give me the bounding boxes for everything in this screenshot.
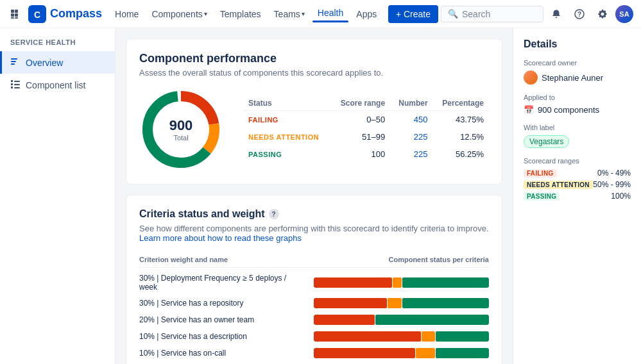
applied-to-section: Applied to 📅 900 components: [524, 94, 631, 115]
number-passing[interactable]: 225: [414, 149, 428, 159]
search-placeholder: Search: [462, 9, 490, 19]
range-value-attention: 50% - 99%: [593, 180, 631, 189]
owner-value: Stephanie Auner: [524, 70, 631, 85]
svg-rect-5: [15, 17, 18, 19]
criteria-bar: [314, 277, 489, 288]
criteria-row-name: 20% | Service has an owner team: [139, 315, 306, 324]
range-value-pass: 100%: [611, 192, 631, 201]
component-list-icon: [10, 79, 21, 91]
applied-to-value: 📅 900 components: [524, 105, 631, 115]
topnav: C Compass Home Components ▾ Templates Te…: [0, 0, 641, 28]
range-badge-fail: FAILING: [524, 169, 557, 178]
ranges-label: Scorecard ranges: [524, 157, 631, 165]
svg-rect-15: [11, 83, 13, 85]
with-label-label: With label: [524, 124, 631, 131]
range-attention: 51–99: [331, 128, 390, 145]
criteria-title: Criteria status and weight ?: [139, 208, 489, 220]
donut-total: 900: [169, 117, 193, 134]
bar-failing: [314, 331, 421, 342]
main-layout: Service Health Overview: [0, 28, 641, 364]
svg-rect-0: [11, 10, 14, 13]
col-status: Status: [243, 96, 331, 111]
component-performance-card: Component performance Assess the overall…: [126, 38, 502, 185]
svg-text:C: C: [34, 10, 40, 20]
nav-apps[interactable]: Apps: [351, 6, 382, 22]
criteria-info-icon[interactable]: ?: [269, 209, 279, 219]
sidebar-section-label: Service Health: [0, 38, 115, 51]
logo[interactable]: C Compass: [28, 5, 102, 23]
criteria-header-row: Criterion weight and name Component stat…: [139, 253, 489, 268]
nav-templates[interactable]: Templates: [215, 6, 266, 22]
bar-passing: [375, 315, 489, 325]
bar-passing: [402, 298, 490, 308]
criteria-learn-more-link[interactable]: Learn more about how to read these graph…: [139, 233, 302, 243]
criteria-row-name: 10% | Service has a description: [139, 332, 306, 341]
bar-passing: [436, 331, 489, 342]
number-attention[interactable]: 225: [414, 132, 428, 142]
nav-home[interactable]: Home: [110, 6, 144, 22]
sidebar-item-overview[interactable]: Overview: [0, 51, 115, 74]
bar-failing: [314, 277, 392, 288]
table-row: NEEDS ATTENTION 51–99 225 12.5%: [243, 128, 489, 145]
svg-rect-13: [11, 80, 13, 82]
criteria-desc: See how different components are perform…: [139, 224, 489, 243]
donut-label: 900 Total: [169, 117, 193, 142]
help-button[interactable]: ?: [569, 4, 590, 24]
owner-avatar: [524, 70, 538, 85]
nav-teams[interactable]: Teams ▾: [269, 6, 310, 22]
criteria-row: 30% | Service has a repository: [139, 295, 489, 311]
settings-button[interactable]: [592, 4, 613, 24]
criteria-row-name: 30% | Service has a repository: [139, 299, 306, 308]
create-button[interactable]: + Create: [388, 5, 438, 23]
bar-passing: [402, 277, 490, 288]
bar-attention: [422, 331, 435, 342]
col-percentage: Percentage: [433, 96, 489, 111]
label-badge[interactable]: Vegastars: [524, 135, 569, 148]
overview-icon: [10, 56, 21, 69]
perf-table: Status Score range Number Percentage FAI…: [243, 96, 489, 163]
donut-total-label: Total: [169, 134, 193, 142]
pct-attention: 12.5%: [433, 128, 489, 145]
status-failing: FAILING: [248, 116, 278, 124]
criteria-table: Criterion weight and name Component stat…: [139, 253, 489, 364]
number-failing[interactable]: 450: [414, 115, 428, 124]
notifications-button[interactable]: [546, 4, 567, 24]
main-content: Component performance Assess the overall…: [115, 28, 513, 364]
donut-chart: 900 Total: [139, 88, 223, 171]
criteria-bar: [314, 298, 489, 308]
bar-attention: [416, 348, 434, 358]
components-chevron: ▾: [204, 10, 207, 17]
svg-rect-16: [14, 84, 20, 85]
table-row: FAILING 0–50 450 43.75%: [243, 111, 489, 129]
criteria-row-name: 10% | Service has on-call: [139, 349, 306, 358]
criteria-rows-container: 30% | Deployment Frequency ≥ 5 deploys /…: [139, 270, 489, 364]
nav-health-wrapper: Health: [312, 5, 348, 22]
pct-passing: 56.25%: [433, 145, 489, 163]
grid-icon[interactable]: [8, 6, 23, 22]
scorecard-owner-section: Scorecard owner Stephanie Auner: [524, 59, 631, 85]
svg-rect-10: [11, 58, 17, 60]
svg-rect-11: [11, 61, 16, 62]
sidebar: Service Health Overview: [0, 28, 115, 364]
nav-health[interactable]: Health: [312, 5, 348, 21]
teams-chevron: ▾: [302, 10, 305, 17]
svg-rect-18: [14, 87, 20, 88]
user-avatar[interactable]: SA: [615, 5, 633, 23]
svg-rect-14: [14, 81, 20, 82]
criteria-bar: [314, 331, 489, 342]
perf-card-subtitle: Assess the overall status of components …: [139, 68, 489, 78]
svg-rect-3: [15, 13, 18, 17]
sidebar-item-component-list[interactable]: Component list: [0, 74, 115, 96]
status-attention: NEEDS ATTENTION: [248, 133, 319, 141]
nav-components[interactable]: Components ▾: [146, 6, 212, 22]
criteria-row: 10% | Service has on-call: [139, 345, 489, 361]
svg-rect-12: [11, 63, 15, 65]
svg-text:?: ?: [577, 11, 581, 18]
criteria-row: 30% | Deployment Frequency ≥ 5 deploys /…: [139, 270, 489, 295]
search-bar[interactable]: 🔍 Search: [441, 6, 543, 22]
bar-failing: [314, 298, 387, 308]
logo-text: Compass: [50, 7, 102, 21]
criteria-card: Criteria status and weight ? See how dif…: [126, 195, 502, 364]
component-list-label: Component list: [26, 80, 85, 90]
range-passing: 100: [331, 145, 390, 163]
